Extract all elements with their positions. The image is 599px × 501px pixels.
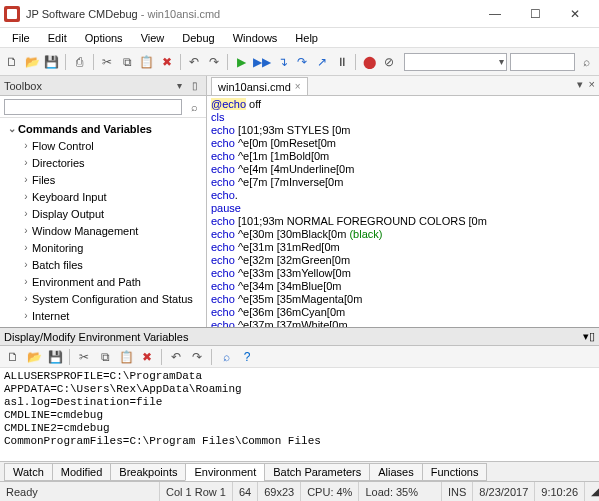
- expand-icon[interactable]: ›: [20, 225, 32, 236]
- expand-icon[interactable]: ›: [20, 174, 32, 185]
- expand-icon[interactable]: ›: [20, 276, 32, 287]
- minimize-button[interactable]: —: [475, 0, 515, 28]
- run-icon[interactable]: ▶: [233, 53, 250, 71]
- pause-icon[interactable]: ⏸: [333, 53, 350, 71]
- menu-view[interactable]: View: [133, 30, 173, 46]
- toolbar-combo[interactable]: ▾: [404, 53, 507, 71]
- status-date: 8/23/2017: [473, 482, 535, 501]
- delete-icon[interactable]: ✖: [158, 53, 175, 71]
- env-help-icon[interactable]: ?: [238, 348, 256, 366]
- env-paste-icon[interactable]: 📋: [117, 348, 135, 366]
- status-ins: INS: [442, 482, 473, 501]
- expand-icon[interactable]: ›: [20, 259, 32, 270]
- step-over-icon[interactable]: ↷: [294, 53, 311, 71]
- paste-icon[interactable]: 📋: [138, 53, 155, 71]
- panel-tab-environment[interactable]: Environment: [185, 463, 265, 481]
- env-cut-icon[interactable]: ✂: [75, 348, 93, 366]
- status-grip-icon[interactable]: ◢: [585, 482, 599, 501]
- tree-node-label: Monitoring: [32, 242, 83, 254]
- editor-pane: win10ansi.cmd × ▾ × @echo offclsecho [10…: [207, 76, 599, 327]
- menu-file[interactable]: File: [4, 30, 38, 46]
- panel-tab-functions[interactable]: Functions: [422, 463, 488, 481]
- menu-edit[interactable]: Edit: [40, 30, 75, 46]
- stop-icon[interactable]: ⊘: [381, 53, 398, 71]
- code-editor[interactable]: @echo offclsecho [101;93m STYLES [0mecho…: [207, 96, 599, 327]
- panel-tab-breakpoints[interactable]: Breakpoints: [110, 463, 186, 481]
- tree-node[interactable]: ›Batch files: [0, 256, 206, 273]
- env-content[interactable]: ALLUSERSPROFILE=C:\ProgramData APPDATA=C…: [0, 368, 599, 461]
- toolbar-search-input[interactable]: [510, 53, 576, 71]
- tab-close-all-icon[interactable]: ×: [589, 78, 595, 91]
- expand-icon[interactable]: ›: [20, 157, 32, 168]
- menu-debug[interactable]: Debug: [174, 30, 222, 46]
- env-redo-icon[interactable]: ↷: [188, 348, 206, 366]
- new-file-icon[interactable]: 🗋: [4, 53, 21, 71]
- tree-node[interactable]: ›Window Management: [0, 222, 206, 239]
- tree-node-label: Flow Control: [32, 140, 94, 152]
- panel-tab-watch[interactable]: Watch: [4, 463, 53, 481]
- status-load: Load: 35%: [359, 482, 442, 501]
- menu-windows[interactable]: Windows: [225, 30, 286, 46]
- open-file-icon[interactable]: 📂: [24, 53, 41, 71]
- undo-icon[interactable]: ↶: [186, 53, 203, 71]
- tree-node-label: Display Output: [32, 208, 104, 220]
- tab-dropdown-icon[interactable]: ▾: [577, 78, 583, 91]
- record-icon[interactable]: ⬤: [361, 53, 378, 71]
- env-delete-icon[interactable]: ✖: [138, 348, 156, 366]
- tree-node[interactable]: ›Flow Control: [0, 137, 206, 154]
- tree-node[interactable]: ›Directories: [0, 154, 206, 171]
- tree-node[interactable]: ›Environment and Path: [0, 273, 206, 290]
- document-tab[interactable]: win10ansi.cmd ×: [211, 77, 308, 95]
- collapse-icon[interactable]: ⌄: [6, 123, 18, 134]
- expand-icon[interactable]: ›: [20, 242, 32, 253]
- tree-node[interactable]: ›Files: [0, 171, 206, 188]
- cut-icon[interactable]: ✂: [99, 53, 116, 71]
- commands-tree[interactable]: ⌄ Commands and Variables ›Flow Control›D…: [0, 118, 206, 327]
- save-icon[interactable]: 💾: [44, 53, 61, 71]
- env-undo-icon[interactable]: ↶: [167, 348, 185, 366]
- close-button[interactable]: ✕: [555, 0, 595, 28]
- tree-node[interactable]: ›Keyboard Input: [0, 188, 206, 205]
- tree-node[interactable]: ›Display Output: [0, 205, 206, 222]
- panel-tab-modified[interactable]: Modified: [52, 463, 112, 481]
- tree-node[interactable]: ›System Configuration and Status: [0, 290, 206, 307]
- tree-node-label: Keyboard Input: [32, 191, 107, 203]
- expand-icon[interactable]: ›: [20, 191, 32, 202]
- tab-close-icon[interactable]: ×: [295, 81, 301, 92]
- maximize-button[interactable]: ☐: [515, 0, 555, 28]
- copy-icon[interactable]: ⧉: [119, 53, 136, 71]
- env-find-icon[interactable]: ⌕: [217, 348, 235, 366]
- tree-node-label: Files: [32, 174, 55, 186]
- search-go-icon[interactable]: ⌕: [578, 53, 595, 71]
- step-icon[interactable]: ▶▶: [253, 53, 271, 71]
- step-out-icon[interactable]: ↗: [314, 53, 331, 71]
- expand-icon[interactable]: ›: [20, 208, 32, 219]
- panel-tab-aliases[interactable]: Aliases: [369, 463, 422, 481]
- env-copy-icon[interactable]: ⧉: [96, 348, 114, 366]
- menu-bar: File Edit Options View Debug Windows Hel…: [0, 28, 599, 48]
- search-icon[interactable]: ⌕: [186, 99, 202, 115]
- redo-icon[interactable]: ↷: [206, 53, 223, 71]
- env-open-icon[interactable]: 📂: [25, 348, 43, 366]
- env-pin-icon[interactable]: ▯: [589, 330, 595, 343]
- tree-node-label: Environment and Path: [32, 276, 141, 288]
- panel-tab-batch-parameters[interactable]: Batch Parameters: [264, 463, 370, 481]
- toolbox-dropdown-icon[interactable]: ▾: [172, 79, 186, 93]
- env-save-icon[interactable]: 💾: [46, 348, 64, 366]
- status-dim: 69x23: [258, 482, 301, 501]
- menu-help[interactable]: Help: [287, 30, 326, 46]
- menu-options[interactable]: Options: [77, 30, 131, 46]
- env-new-icon[interactable]: 🗋: [4, 348, 22, 366]
- toolbox-search-input[interactable]: [4, 99, 182, 115]
- chevron-down-icon: ▾: [499, 56, 504, 67]
- tree-root[interactable]: ⌄ Commands and Variables: [0, 120, 206, 137]
- expand-icon[interactable]: ›: [20, 293, 32, 304]
- toolbox-pin-icon[interactable]: ▯: [188, 79, 202, 93]
- tree-node[interactable]: ›Monitoring: [0, 239, 206, 256]
- expand-icon[interactable]: ›: [20, 140, 32, 151]
- step-into-icon[interactable]: ↴: [274, 53, 291, 71]
- title-bar: JP Software CMDebug - win10ansi.cmd — ☐ …: [0, 0, 599, 28]
- tree-node[interactable]: ›Internet: [0, 307, 206, 324]
- print-icon[interactable]: ⎙: [71, 53, 88, 71]
- expand-icon[interactable]: ›: [20, 310, 32, 321]
